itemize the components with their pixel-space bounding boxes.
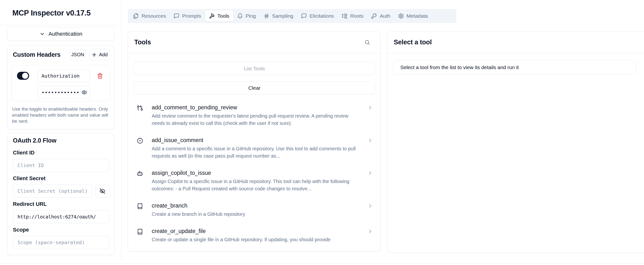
key-icon	[371, 13, 377, 19]
search-icon	[364, 39, 371, 45]
add-header-button[interactable]: Add	[89, 49, 110, 60]
folder-tree-icon	[342, 13, 348, 19]
search-tools-button[interactable]	[364, 39, 371, 46]
plus-icon	[91, 52, 97, 58]
custom-headers-title: Custom Headers	[13, 51, 60, 58]
tab-auth[interactable]: Auth	[367, 10, 394, 21]
custom-headers-card: Custom Headers JSON Add	[7, 45, 114, 129]
details-panel-title: Select a tool	[394, 38, 432, 46]
title-divider	[0, 25, 121, 25]
book-icon	[137, 229, 143, 243]
client-id-label: Client ID	[13, 150, 34, 156]
redirect-url-label: Redirect URL	[13, 201, 46, 207]
details-panel-header: Select a tool	[388, 31, 644, 53]
tab-elicitations[interactable]: Elicitations	[297, 10, 338, 21]
chevron-down-icon	[39, 31, 45, 37]
json-view-button[interactable]: JSON	[70, 49, 86, 60]
chevron-right-icon	[367, 105, 373, 111]
trash-icon	[97, 73, 104, 79]
files-icon	[133, 13, 139, 19]
book-icon	[137, 203, 143, 218]
tools-header-divider	[128, 53, 380, 53]
empty-state-message: Select a tool from the list to view its …	[393, 60, 636, 74]
tools-panel-header: Tools	[128, 31, 380, 53]
circle-dot-icon	[137, 138, 143, 160]
tool-item-assign_copilot_to_issue[interactable]: assign_copilot_to_issue Assign Copilot t…	[134, 170, 374, 192]
client-id-input[interactable]	[13, 159, 109, 172]
show-client-secret-button[interactable]	[96, 185, 109, 198]
tab-metadata[interactable]: Metadata	[394, 10, 432, 21]
authentication-collapse-button[interactable]: Authentication	[7, 27, 114, 41]
chevron-right-icon	[367, 228, 373, 234]
app-title: MCP Inspector v0.17.5	[12, 9, 90, 17]
tab-bar: Resources Prompts Tools Ping Sampling El…	[128, 9, 456, 23]
tool-item-add_comment_to_pending_review[interactable]: add_comment_to_pending_review Add review…	[134, 104, 374, 127]
scope-label: Scope	[13, 227, 29, 233]
oauth-title: OAuth 2.0 Flow	[13, 137, 109, 144]
show-header-value-button[interactable]	[81, 89, 88, 95]
json-button-label: JSON	[71, 52, 84, 57]
authentication-label: Authentication	[48, 31, 82, 37]
clear-button[interactable]: Clear	[134, 81, 375, 94]
tools-panel: Tools List Tools Clear add_comment_to_pe…	[128, 31, 380, 252]
scope-input[interactable]	[13, 236, 109, 249]
tool-item-create_branch[interactable]: create_branch Create a new branch in a G…	[134, 203, 374, 218]
bottom-divider	[0, 263, 644, 264]
tab-resources[interactable]: Resources	[129, 10, 170, 21]
delete-header-button[interactable]	[97, 72, 104, 79]
tab-roots[interactable]: Roots	[338, 10, 368, 21]
redirect-url-input[interactable]	[13, 210, 109, 223]
tool-item-add_issue_comment[interactable]: add_issue_comment Add a comment to a spe…	[134, 137, 374, 160]
bell-icon	[237, 13, 243, 19]
hammer-icon	[209, 13, 215, 19]
bot-icon	[137, 170, 143, 192]
add-button-label: Add	[99, 52, 108, 57]
mcp-inspector-app: MCP Inspector v0.17.5 Authentication Cus…	[0, 0, 644, 265]
sidebar: MCP Inspector v0.17.5 Authentication Cus…	[0, 0, 121, 265]
chevron-right-icon	[367, 203, 373, 209]
header-name-input[interactable]	[38, 69, 90, 82]
tool-item-create_or_update_file[interactable]: create_or_update_file Create or update a…	[134, 228, 374, 243]
tools-panel-title: Tools	[134, 38, 151, 46]
header-entry-row	[12, 65, 110, 101]
header-value-wrap	[38, 86, 90, 99]
client-secret-label: Client Secret	[13, 175, 46, 182]
list-tools-button[interactable]: List Tools	[134, 62, 375, 75]
eye-icon	[81, 89, 88, 95]
chevron-right-icon	[367, 170, 373, 176]
message-square-icon	[174, 13, 180, 19]
hash-icon	[264, 13, 270, 19]
oauth-flow-card: OAuth 2.0 Flow Client ID Client Secret R…	[7, 133, 114, 255]
tool-details-panel: Select a tool Select a tool from the lis…	[387, 31, 644, 253]
git-pull-request-icon	[137, 105, 143, 127]
tab-prompts[interactable]: Prompts	[170, 10, 205, 21]
tab-tools[interactable]: Tools	[205, 10, 233, 21]
eye-off-icon	[100, 188, 105, 194]
tab-sampling[interactable]: Sampling	[260, 10, 297, 21]
message-square-icon	[301, 13, 307, 19]
custom-headers-header: Custom Headers JSON Add	[13, 49, 110, 60]
gear-icon	[398, 13, 404, 19]
header-enabled-toggle[interactable]	[17, 72, 29, 80]
tab-ping[interactable]: Ping	[233, 10, 260, 21]
chevron-right-icon	[367, 137, 373, 143]
tool-list: add_comment_to_pending_review Add review…	[134, 104, 374, 252]
headers-help-text: Use the toggle to enable/disable headers…	[12, 106, 108, 124]
details-header-divider	[388, 53, 644, 53]
client-secret-input[interactable]	[13, 185, 92, 198]
